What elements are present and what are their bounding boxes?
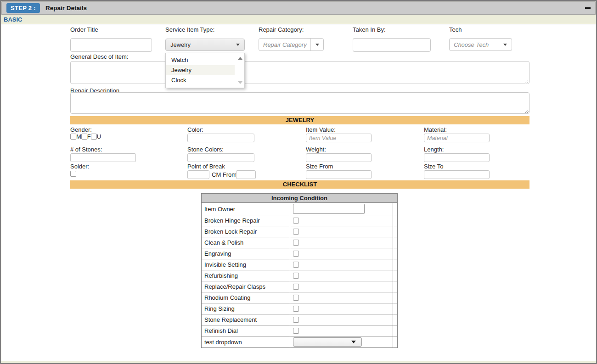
size-from-input[interactable] — [306, 170, 372, 179]
checklist-row-label: Refinish Dial — [202, 325, 290, 336]
checklist-row-label: Rhodium Coating — [202, 292, 290, 303]
collapse-icon[interactable] — [585, 7, 591, 9]
checklist-row-control-cell — [290, 292, 393, 303]
repair-category-label: Repair Category: — [259, 26, 304, 33]
checklist-row-control-cell — [290, 226, 393, 237]
table-row: Rhodium Coating — [202, 292, 398, 303]
repair-category-combobox[interactable]: Repair Category — [259, 38, 324, 51]
repair-description-textarea[interactable] — [70, 92, 529, 114]
tech-combobox[interactable]: Choose Tech — [449, 38, 512, 51]
checklist-checkbox[interactable] — [293, 273, 299, 279]
point-of-break-input[interactable] — [187, 170, 209, 179]
checklist-row-control-cell — [290, 237, 393, 248]
stone-colors-input[interactable] — [187, 153, 254, 162]
window-title: Repair Details — [45, 5, 87, 11]
section-basic-band: BASIC — [1, 15, 596, 24]
checklist-checkbox[interactable] — [293, 306, 299, 312]
point-of-break-label: Point of Break — [187, 163, 225, 170]
checklist-row-spacer-cell — [393, 237, 398, 248]
item-owner-input[interactable] — [293, 204, 365, 214]
tech-dropdown-button[interactable] — [499, 39, 512, 50]
checklist-row-label: Broken Hinge Repair — [202, 215, 290, 226]
chevron-down-icon — [503, 44, 507, 46]
size-to-input[interactable] — [424, 170, 490, 179]
checklist-row-control-cell — [290, 215, 393, 226]
checklist-row-label: Ring Sizing — [202, 303, 290, 314]
checklist-checkbox[interactable] — [293, 218, 299, 224]
service-item-type-options: WatchJewelryClock — [166, 55, 244, 85]
checklist-row-label: Broken Lock Repair — [202, 226, 290, 237]
material-input[interactable] — [424, 134, 490, 142]
checklist-row-control-cell — [290, 248, 393, 259]
color-input[interactable] — [187, 134, 254, 142]
gender-option-label: M — [76, 133, 81, 140]
scroll-down-icon[interactable] — [238, 81, 242, 84]
solder-checkbox[interactable] — [70, 171, 76, 177]
checklist-row-label: Clean & Polish — [202, 237, 290, 248]
checklist-row-spacer-cell — [393, 336, 398, 348]
service-item-type-select[interactable]: Jewelry — [165, 39, 245, 51]
checklist-checkbox[interactable] — [293, 295, 299, 301]
num-stones-input[interactable] — [70, 153, 136, 162]
service-item-type-dropdown: WatchJewelryClock — [165, 53, 245, 88]
num-stones-label: # of Stones: — [70, 146, 102, 153]
table-row: Clean & Polish — [202, 237, 398, 248]
table-row: Broken Lock Repair — [202, 226, 398, 237]
length-label: Length: — [424, 146, 444, 153]
order-title-input[interactable] — [70, 38, 152, 52]
scroll-up-icon[interactable] — [238, 57, 242, 60]
gender-checkbox-f[interactable] — [81, 134, 87, 140]
gender-checkbox-m[interactable] — [70, 134, 76, 140]
taken-in-by-label: Taken In By: — [353, 26, 386, 33]
checklist-row-control-cell — [290, 314, 393, 325]
table-row: Stone Replacement — [202, 314, 398, 325]
checklist-row-label: test dropdown — [202, 336, 290, 348]
checklist-row-spacer-cell — [393, 303, 398, 314]
table-row: Broken Hinge Repair — [202, 215, 398, 226]
repair-category-placeholder: Repair Category — [259, 41, 310, 48]
dropdown-option-watch[interactable]: Watch — [166, 55, 235, 65]
checklist-row-control-cell — [290, 303, 393, 314]
weight-input[interactable] — [306, 153, 372, 162]
table-row: Invisible Setting — [202, 259, 398, 270]
checklist-row-label: Stone Replacement — [202, 314, 290, 325]
table-row: Engraving — [202, 248, 398, 259]
length-input[interactable] — [424, 153, 490, 162]
checklist-row-spacer-cell — [393, 215, 398, 226]
checklist-row-control-cell — [290, 270, 393, 281]
checklist-checkbox[interactable] — [293, 317, 299, 323]
item-value-input[interactable] — [306, 134, 372, 142]
dropdown-option-clock[interactable]: Clock — [166, 75, 235, 85]
section-jewelry-header: JEWELRY — [70, 116, 529, 124]
gender-option-label: U — [97, 133, 101, 140]
checklist-row-spacer-cell — [393, 281, 398, 292]
test-dropdown-select[interactable] — [293, 337, 362, 347]
checklist-row-spacer-cell — [393, 325, 398, 336]
repair-category-dropdown-button[interactable] — [310, 39, 323, 50]
dropdown-option-jewelry[interactable]: Jewelry — [166, 65, 235, 75]
checklist-checkbox[interactable] — [293, 262, 299, 268]
taken-in-by-input[interactable] — [353, 38, 431, 52]
stone-colors-label: Stone Colors: — [187, 146, 224, 153]
table-row: test dropdown — [202, 336, 398, 348]
checklist-checkbox[interactable] — [293, 328, 299, 334]
checklist-row-control-cell — [290, 259, 393, 270]
gender-checkbox-group: MFU — [70, 133, 101, 140]
checklist-row-label: Refurbishing — [202, 270, 290, 281]
general-desc-textarea[interactable] — [70, 61, 529, 84]
size-to-label: Size To — [424, 163, 443, 170]
dropdown-scrollbar[interactable] — [237, 54, 243, 87]
material-label: Material: — [424, 126, 447, 133]
cm-from-input[interactable] — [236, 170, 256, 179]
checklist-checkbox[interactable] — [293, 229, 299, 235]
checklist-checkbox[interactable] — [293, 251, 299, 257]
gender-checkbox-u[interactable] — [91, 134, 97, 140]
cm-from-label: CM From — [212, 171, 237, 178]
checklist-checkbox[interactable] — [293, 284, 299, 290]
solder-label: Solder: — [70, 163, 89, 170]
incoming-condition-title: Incoming Condition — [202, 194, 398, 203]
incoming-condition-rows: Item OwnerBroken Hinge RepairBroken Lock… — [202, 203, 398, 348]
checklist-checkbox[interactable] — [293, 240, 299, 246]
incoming-condition-table: Incoming Condition Item OwnerBroken Hing… — [201, 193, 398, 348]
checklist-row-spacer-cell — [393, 270, 398, 281]
